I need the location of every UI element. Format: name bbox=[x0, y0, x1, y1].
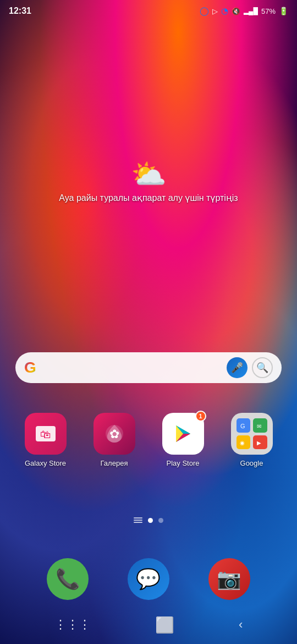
dock-camera[interactable]: 📷 bbox=[208, 558, 250, 600]
app-item-galaxy-store[interactable]: 🛍 Galaxy Store bbox=[15, 413, 76, 468]
play-store-label: Play Store bbox=[167, 459, 200, 468]
nav-bar: ⋮⋮⋮ ⬜ ‹ bbox=[0, 605, 297, 644]
gallery-icon-wrapper: ✿ bbox=[94, 413, 135, 455]
google-mini-3: ◉ bbox=[237, 435, 251, 450]
recent-apps-icon: ⋮⋮⋮ bbox=[54, 618, 91, 631]
dock-messages[interactable]: 💬 bbox=[128, 558, 169, 600]
back-icon: ‹ bbox=[239, 618, 243, 631]
home-icon: ⬜ bbox=[155, 616, 174, 634]
voice-search-button[interactable]: 🎤 bbox=[227, 357, 248, 378]
mute-icon: 🔇 bbox=[232, 7, 240, 15]
status-time: 12:31 bbox=[9, 6, 31, 16]
home-button[interactable]: ⬜ bbox=[155, 616, 174, 634]
google-search-bar[interactable]: G 🎤 🔍 bbox=[15, 352, 282, 383]
svg-text:G: G bbox=[240, 423, 245, 429]
weather-tap-text: Ауа райы туралы ақпарат алу үшін түртіңі… bbox=[48, 193, 249, 203]
battery-icon: 🔋 bbox=[279, 7, 288, 15]
google-folder-icon: G ✉ ◉ ▶ bbox=[231, 413, 273, 455]
google-folder-label: Google bbox=[240, 459, 263, 468]
app-item-google[interactable]: G ✉ ◉ ▶ Google bbox=[222, 413, 282, 468]
google-folder-icon-wrapper: G ✉ ◉ ▶ bbox=[231, 413, 273, 455]
status-bar: 12:31 ◯ ▷ ◔ 🔇 ▂▄█ 57% 🔋 bbox=[0, 0, 297, 22]
status-icons: ◯ ▷ ◔ 🔇 ▂▄█ 57% 🔋 bbox=[200, 6, 288, 16]
back-button[interactable]: ‹ bbox=[239, 618, 243, 632]
svg-text:◉: ◉ bbox=[240, 440, 245, 446]
indicator-inactive bbox=[158, 518, 163, 523]
indicator-lines bbox=[134, 517, 142, 523]
recent-apps-button[interactable]: ⋮⋮⋮ bbox=[54, 618, 91, 632]
phone-icon: 📞 bbox=[56, 567, 80, 591]
messenger2-icon: ◔ bbox=[221, 6, 228, 16]
svg-text:✉: ✉ bbox=[257, 423, 261, 429]
galaxy-store-icon-wrapper: 🛍 bbox=[25, 413, 67, 455]
wallpaper bbox=[0, 0, 297, 644]
messenger-icon: ◯ bbox=[200, 6, 209, 16]
app-item-play-store[interactable]: 1 Play Store bbox=[153, 413, 213, 468]
bottom-dock: 📞 💬 📷 bbox=[0, 558, 297, 600]
svg-text:✿: ✿ bbox=[109, 427, 119, 441]
battery-percent: 57% bbox=[261, 7, 276, 15]
page-indicators bbox=[0, 517, 297, 523]
play-store-badge: 1 bbox=[195, 411, 206, 422]
play-store-icon-wrapper: 1 bbox=[162, 413, 204, 455]
indicator-active bbox=[148, 518, 153, 523]
galaxy-store-label: Galaxy Store bbox=[25, 459, 66, 468]
dock-phone[interactable]: 📞 bbox=[47, 558, 89, 600]
camera-icon: 📷 bbox=[217, 567, 241, 591]
google-mini-1: G bbox=[237, 418, 251, 433]
google-mini-2: ✉ bbox=[253, 418, 267, 433]
svg-text:🛍: 🛍 bbox=[40, 428, 51, 440]
galaxy-store-icon: 🛍 bbox=[25, 413, 67, 455]
gallery-icon: ✿ bbox=[94, 413, 135, 455]
app-item-gallery[interactable]: ✿ Галерея bbox=[84, 413, 145, 468]
google-logo: G bbox=[24, 359, 36, 376]
weather-widget[interactable]: ⛅ Ауа райы туралы ақпарат алу үшін түрті… bbox=[0, 160, 297, 203]
play-games-icon: ▷ bbox=[212, 7, 218, 15]
search-action-icons: 🎤 🔍 bbox=[227, 357, 273, 378]
gallery-label: Галерея bbox=[101, 459, 128, 468]
svg-text:▶: ▶ bbox=[257, 440, 261, 446]
lens-icon: 🔍 bbox=[256, 362, 268, 374]
weather-icon: ⛅ bbox=[131, 160, 167, 188]
messages-icon: 💬 bbox=[136, 567, 161, 591]
app-grid: 🛍 Galaxy Store ✿ Галерея bbox=[0, 413, 297, 468]
mic-icon: 🎤 bbox=[231, 362, 243, 374]
lens-search-button[interactable]: 🔍 bbox=[252, 357, 273, 378]
google-mini-4: ▶ bbox=[253, 435, 267, 450]
signal-icon: ▂▄█ bbox=[244, 7, 258, 15]
